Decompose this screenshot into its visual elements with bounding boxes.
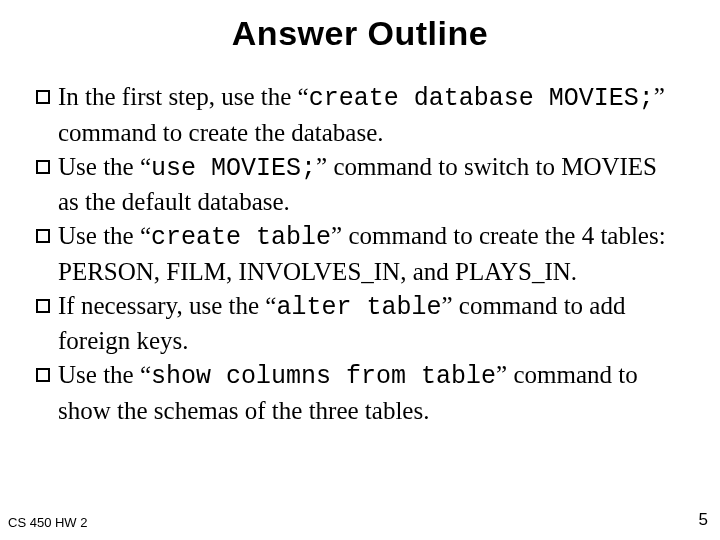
code-text: alter table xyxy=(276,293,441,322)
code-text: create database MOVIES; xyxy=(309,84,654,113)
square-bullet-icon xyxy=(36,160,50,174)
list-item: Use the “create table” command to create… xyxy=(36,219,684,289)
code-text: show columns from table xyxy=(151,362,496,391)
text-pre: Use the “ xyxy=(58,153,151,180)
code-text: create table xyxy=(151,223,331,252)
list-item: Use the “show columns from table” comman… xyxy=(36,358,684,428)
square-bullet-icon xyxy=(36,229,50,243)
slide: Answer Outline In the first step, use th… xyxy=(0,0,720,540)
text-pre: Use the “ xyxy=(58,361,151,388)
slide-title: Answer Outline xyxy=(0,14,720,53)
page-number: 5 xyxy=(699,510,708,530)
square-bullet-icon xyxy=(36,90,50,104)
list-item: In the first step, use the “create datab… xyxy=(36,80,684,150)
slide-body: In the first step, use the “create datab… xyxy=(36,80,684,428)
square-bullet-icon xyxy=(36,299,50,313)
list-item: If necessary, use the “alter table” comm… xyxy=(36,289,684,359)
list-item-text: Use the “use MOVIES;” command to switch … xyxy=(58,150,684,220)
text-pre: Use the “ xyxy=(58,222,151,249)
code-text: use MOVIES; xyxy=(151,154,316,183)
square-bullet-icon xyxy=(36,368,50,382)
list-item-text: In the first step, use the “create datab… xyxy=(58,80,684,150)
list-item-text: If necessary, use the “alter table” comm… xyxy=(58,289,684,359)
text-pre: If necessary, use the “ xyxy=(58,292,276,319)
footer-left: CS 450 HW 2 xyxy=(8,515,87,530)
list-item-text: Use the “show columns from table” comman… xyxy=(58,358,684,428)
text-pre: In the first step, use the “ xyxy=(58,83,309,110)
list-item: Use the “use MOVIES;” command to switch … xyxy=(36,150,684,220)
list-item-text: Use the “create table” command to create… xyxy=(58,219,684,289)
